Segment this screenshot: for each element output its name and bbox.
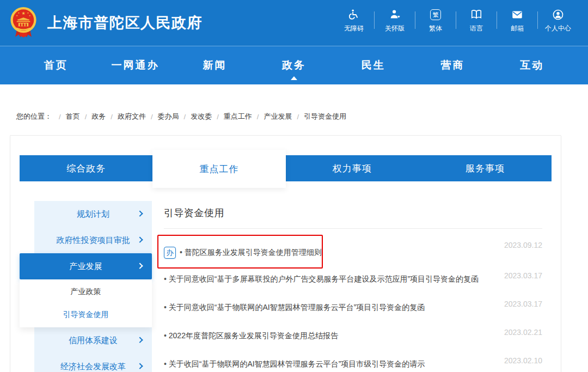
svg-text:★: ★ bbox=[21, 11, 25, 16]
personal-center-link[interactable]: 个人中心 bbox=[538, 8, 578, 33]
article-link[interactable]: 关于同意收回“基于多屏幕联投的户外广告交易服务平台建设及示范应用”项目引导资金的… bbox=[164, 275, 479, 284]
accessibility-link[interactable]: 无障碍 bbox=[334, 8, 374, 33]
chevron-right-icon bbox=[137, 337, 143, 343]
svg-text:♥: ♥ bbox=[397, 14, 400, 19]
site-header: ★ ★ ★ ★ ★ 上海市普陀区人民政府 无障碍 bbox=[0, 0, 588, 46]
user-circle-icon bbox=[552, 8, 564, 21]
breadcrumb-item[interactable]: 政务 bbox=[91, 112, 106, 121]
tab-power-items[interactable]: 权力事项 bbox=[286, 155, 419, 181]
quick-link-label: 无障碍 bbox=[344, 24, 364, 33]
divider bbox=[164, 228, 542, 229]
breadcrumb-item[interactable]: 发改委 bbox=[191, 112, 212, 121]
article-row: 2022年度普陀区服务业发展引导资金使用总结报告 2023.02.21 bbox=[164, 327, 542, 355]
sidebar-item-industry-development[interactable]: 产业发展 bbox=[20, 253, 152, 279]
article-date: 2023.03.17 bbox=[504, 300, 542, 308]
page-title: 引导资金使用 bbox=[164, 206, 542, 219]
chevron-right-icon bbox=[137, 237, 143, 243]
sidebar-item-planning[interactable]: 规划计划 bbox=[34, 201, 152, 227]
article-link[interactable]: 办 普陀区服务业发展引导资金使用管理细则 bbox=[164, 247, 322, 259]
header-quick-links: 无障碍 ♥ 关怀版 繁 繁体 bbox=[334, 8, 578, 33]
quick-link-label: 繁体 bbox=[429, 24, 442, 33]
breadcrumb-prefix: 您的位置： bbox=[16, 112, 52, 121]
sidebar-item-economic-social-reform[interactable]: 经济社会发展改革 bbox=[34, 353, 152, 372]
care-user-icon: ♥ bbox=[389, 8, 401, 21]
traditional-chinese-icon: 繁 bbox=[430, 8, 441, 21]
wheelchair-icon bbox=[348, 8, 360, 21]
article-date: 2023.09.12 bbox=[504, 241, 542, 249]
section-tabs: 综合政务 重点工作 权力事项 服务事项 bbox=[20, 155, 552, 181]
article-row: 关于收回“基于物联网的AI智慧园林管理服务云平台”项目市级引导资金的请示 202… bbox=[164, 355, 542, 372]
chevron-right-icon bbox=[137, 263, 143, 269]
content-panel: 综合政务 重点工作 权力事项 服务事项 规划计划 政府性投资项目审批 产业发展 … bbox=[10, 135, 561, 372]
breadcrumb-item[interactable]: 引导资金使用 bbox=[304, 112, 346, 121]
sidebar-menu: 规划计划 政府性投资项目审批 产业发展 产业政策 引导资金使用 信用体系建设 经… bbox=[20, 201, 152, 372]
chevron-right-icon bbox=[137, 363, 143, 369]
site-title: 上海市普陀区人民政府 bbox=[47, 13, 203, 33]
article-link[interactable]: 关于收回“基于物联网的AI智慧园林管理服务云平台”项目市级引导资金的请示 bbox=[164, 359, 425, 369]
mailbox-link[interactable]: 邮箱 bbox=[497, 8, 537, 33]
active-caret-icon bbox=[291, 76, 297, 80]
national-emblem-logo: ★ ★ ★ ★ ★ bbox=[8, 7, 39, 39]
care-version-link[interactable]: ♥ 关怀版 bbox=[375, 8, 415, 33]
main-nav: 首页 一网通办 新闻 政务 民生 营商 互动 bbox=[0, 46, 588, 84]
breadcrumb-item[interactable]: 政府文件 bbox=[118, 112, 146, 121]
submenu-item-industry-policy[interactable]: 产业政策 bbox=[20, 280, 152, 303]
article-link[interactable]: 关于同意收回“基于物联网的AI智慧园林管理服务云平台”项目引导资金的复函 bbox=[164, 303, 425, 313]
language-link[interactable]: 语言 bbox=[456, 8, 497, 33]
sidebar-item-credit-system[interactable]: 信用体系建设 bbox=[34, 327, 152, 353]
article-date: 2023.02.10 bbox=[504, 356, 542, 365]
traditional-chinese-link[interactable]: 繁 繁体 bbox=[415, 8, 456, 33]
mail-icon bbox=[511, 8, 523, 21]
quick-link-label: 邮箱 bbox=[511, 24, 524, 33]
breadcrumb-item[interactable]: 产业发展 bbox=[264, 112, 292, 121]
article-row: 办 普陀区服务业发展引导资金使用管理细则 2023.09.12 bbox=[164, 235, 542, 270]
quick-link-label: 个人中心 bbox=[545, 24, 571, 33]
article-list-section: 引导资金使用 办 普陀区服务业发展引导资金使用管理细则 2023.09.12 关… bbox=[164, 206, 542, 372]
article-date: 2023.02.21 bbox=[504, 328, 542, 337]
nav-item-livelihood[interactable]: 民生 bbox=[334, 46, 413, 84]
breadcrumb-item[interactable]: 委办局 bbox=[158, 112, 179, 121]
tab-service-items[interactable]: 服务事项 bbox=[419, 155, 552, 181]
tab-comprehensive-affairs[interactable]: 综合政务 bbox=[20, 155, 152, 181]
article-date: 2023.03.17 bbox=[504, 271, 542, 280]
sidebar-submenu: 产业政策 引导资金使用 bbox=[20, 279, 152, 327]
nav-item-government[interactable]: 政务 bbox=[254, 46, 334, 84]
breadcrumb-item[interactable]: 首页 bbox=[66, 112, 80, 121]
submenu-item-guidance-funds[interactable]: 引导资金使用 bbox=[20, 303, 152, 326]
nav-item-interaction[interactable]: 互动 bbox=[492, 46, 572, 84]
nav-item-news[interactable]: 新闻 bbox=[175, 46, 254, 84]
sidebar-item-gov-investment-approval[interactable]: 政府性投资项目审批 bbox=[34, 227, 152, 253]
service-badge: 办 bbox=[164, 247, 176, 259]
quick-link-label: 语言 bbox=[470, 24, 483, 33]
breadcrumb-item[interactable]: 重点工作 bbox=[224, 112, 252, 121]
article-row: 关于同意收回“基于物联网的AI智慧园林管理服务云平台”项目引导资金的复函 202… bbox=[164, 298, 542, 327]
quick-link-label: 关怀版 bbox=[385, 24, 405, 33]
nav-item-onestop[interactable]: 一网通办 bbox=[96, 46, 175, 84]
chevron-right-icon bbox=[137, 211, 143, 217]
tab-key-work[interactable]: 重点工作 bbox=[152, 150, 285, 188]
nav-item-business[interactable]: 营商 bbox=[413, 46, 493, 84]
nav-item-home[interactable]: 首页 bbox=[16, 46, 96, 84]
language-book-icon bbox=[470, 8, 482, 21]
breadcrumb: 您的位置： /首页 /政务 /政府文件 /委办局 /发改委 /重点工作 /产业发… bbox=[16, 112, 346, 121]
article-row: 关于同意收回“基于多屏幕联投的户外广告交易服务平台建设及示范应用”项目引导资金的… bbox=[164, 270, 542, 298]
article-link[interactable]: 2022年度普陀区服务业发展引导资金使用总结报告 bbox=[164, 331, 338, 341]
